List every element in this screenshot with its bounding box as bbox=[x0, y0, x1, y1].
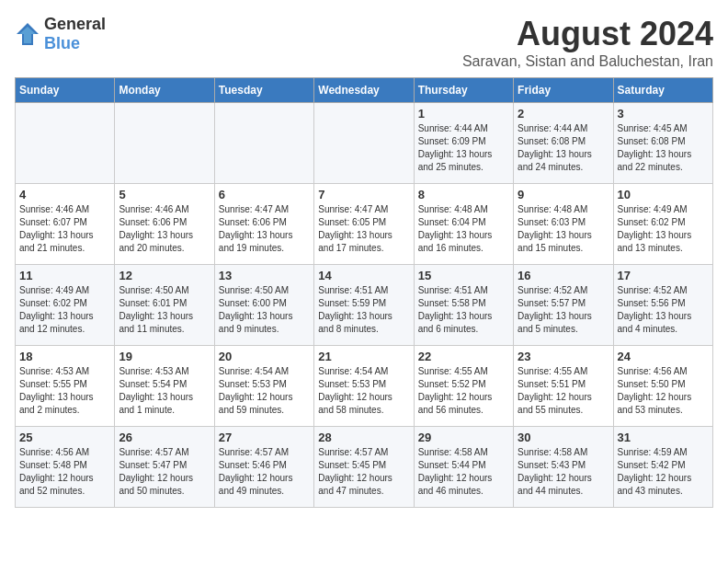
calendar-table: SundayMondayTuesdayWednesdayThursdayFrid… bbox=[15, 77, 713, 508]
day-info: Sunrise: 4:47 AM Sunset: 6:05 PM Dayligh… bbox=[318, 203, 409, 255]
day-info: Sunrise: 4:54 AM Sunset: 5:53 PM Dayligh… bbox=[219, 365, 310, 417]
calendar-body: 1Sunrise: 4:44 AM Sunset: 6:09 PM Daylig… bbox=[16, 103, 713, 508]
calendar-week-4: 18Sunrise: 4:53 AM Sunset: 5:55 PM Dayli… bbox=[16, 346, 713, 427]
calendar-cell: 2Sunrise: 4:44 AM Sunset: 6:08 PM Daylig… bbox=[514, 103, 613, 184]
calendar-cell: 20Sunrise: 4:54 AM Sunset: 5:53 PM Dayli… bbox=[214, 346, 313, 427]
calendar-cell: 10Sunrise: 4:49 AM Sunset: 6:02 PM Dayli… bbox=[613, 184, 712, 265]
day-number: 1 bbox=[418, 107, 509, 121]
day-number: 22 bbox=[418, 350, 509, 363]
day-number: 19 bbox=[119, 350, 210, 363]
calendar-header-row: SundayMondayTuesdayWednesdayThursdayFrid… bbox=[16, 78, 713, 103]
calendar-week-5: 25Sunrise: 4:56 AM Sunset: 5:48 PM Dayli… bbox=[16, 427, 713, 508]
day-info: Sunrise: 4:57 AM Sunset: 5:45 PM Dayligh… bbox=[318, 446, 409, 498]
day-number: 27 bbox=[219, 431, 310, 444]
day-info: Sunrise: 4:58 AM Sunset: 5:44 PM Dayligh… bbox=[418, 446, 509, 498]
day-info: Sunrise: 4:45 AM Sunset: 6:08 PM Dayligh… bbox=[618, 122, 709, 174]
calendar-cell: 30Sunrise: 4:58 AM Sunset: 5:43 PM Dayli… bbox=[514, 427, 613, 508]
day-info: Sunrise: 4:49 AM Sunset: 6:02 PM Dayligh… bbox=[19, 284, 110, 336]
calendar-cell: 28Sunrise: 4:57 AM Sunset: 5:45 PM Dayli… bbox=[314, 427, 414, 508]
calendar-cell: 15Sunrise: 4:51 AM Sunset: 5:58 PM Dayli… bbox=[414, 265, 513, 346]
day-number: 24 bbox=[618, 350, 709, 363]
calendar-cell: 18Sunrise: 4:53 AM Sunset: 5:55 PM Dayli… bbox=[16, 346, 115, 427]
day-number: 29 bbox=[418, 431, 509, 444]
day-info: Sunrise: 4:53 AM Sunset: 5:54 PM Dayligh… bbox=[119, 365, 210, 417]
calendar-cell bbox=[16, 103, 115, 184]
logo-icon bbox=[15, 21, 40, 47]
calendar-week-2: 4Sunrise: 4:46 AM Sunset: 6:07 PM Daylig… bbox=[16, 184, 713, 265]
logo-blue: Blue bbox=[44, 34, 80, 52]
calendar-cell bbox=[314, 103, 414, 184]
day-number: 18 bbox=[19, 350, 110, 363]
day-info: Sunrise: 4:49 AM Sunset: 6:02 PM Dayligh… bbox=[618, 203, 709, 255]
day-info: Sunrise: 4:51 AM Sunset: 5:59 PM Dayligh… bbox=[318, 284, 409, 336]
calendar-cell: 25Sunrise: 4:56 AM Sunset: 5:48 PM Dayli… bbox=[16, 427, 115, 508]
day-number: 12 bbox=[119, 269, 210, 282]
day-number: 23 bbox=[518, 350, 609, 363]
logo-general: General bbox=[44, 15, 106, 33]
day-number: 26 bbox=[119, 431, 210, 444]
day-header-wednesday: Wednesday bbox=[314, 78, 414, 103]
calendar-cell: 17Sunrise: 4:52 AM Sunset: 5:56 PM Dayli… bbox=[613, 265, 712, 346]
calendar-cell: 3Sunrise: 4:45 AM Sunset: 6:08 PM Daylig… bbox=[613, 103, 712, 184]
logo: General Blue bbox=[15, 15, 106, 53]
calendar-cell: 23Sunrise: 4:55 AM Sunset: 5:51 PM Dayli… bbox=[514, 346, 613, 427]
day-number: 28 bbox=[318, 431, 409, 444]
day-number: 20 bbox=[219, 350, 310, 363]
day-header-friday: Friday bbox=[514, 78, 613, 103]
calendar-cell: 11Sunrise: 4:49 AM Sunset: 6:02 PM Dayli… bbox=[16, 265, 115, 346]
day-info: Sunrise: 4:53 AM Sunset: 5:55 PM Dayligh… bbox=[19, 365, 110, 417]
day-number: 9 bbox=[518, 188, 609, 201]
page-header: General Blue August 2024 Saravan, Sistan… bbox=[15, 15, 713, 70]
day-info: Sunrise: 4:44 AM Sunset: 6:08 PM Dayligh… bbox=[518, 122, 609, 174]
calendar-cell: 31Sunrise: 4:59 AM Sunset: 5:42 PM Dayli… bbox=[613, 427, 712, 508]
calendar-cell: 7Sunrise: 4:47 AM Sunset: 6:05 PM Daylig… bbox=[314, 184, 414, 265]
day-number: 4 bbox=[19, 188, 110, 201]
day-number: 6 bbox=[219, 188, 310, 201]
day-info: Sunrise: 4:54 AM Sunset: 5:53 PM Dayligh… bbox=[318, 365, 409, 417]
day-info: Sunrise: 4:50 AM Sunset: 6:01 PM Dayligh… bbox=[119, 284, 210, 336]
day-header-thursday: Thursday bbox=[414, 78, 513, 103]
calendar-cell: 24Sunrise: 4:56 AM Sunset: 5:50 PM Dayli… bbox=[613, 346, 712, 427]
day-number: 25 bbox=[19, 431, 110, 444]
title-area: August 2024 Saravan, Sistan and Baluches… bbox=[462, 15, 713, 70]
day-info: Sunrise: 4:51 AM Sunset: 5:58 PM Dayligh… bbox=[418, 284, 509, 336]
calendar-cell: 9Sunrise: 4:48 AM Sunset: 6:03 PM Daylig… bbox=[514, 184, 613, 265]
day-number: 17 bbox=[618, 269, 709, 282]
calendar-cell bbox=[214, 103, 313, 184]
main-title: August 2024 bbox=[462, 15, 713, 53]
calendar-cell bbox=[115, 103, 214, 184]
day-info: Sunrise: 4:50 AM Sunset: 6:00 PM Dayligh… bbox=[219, 284, 310, 336]
day-info: Sunrise: 4:56 AM Sunset: 5:48 PM Dayligh… bbox=[19, 446, 110, 498]
day-number: 15 bbox=[418, 269, 509, 282]
day-info: Sunrise: 4:47 AM Sunset: 6:06 PM Dayligh… bbox=[219, 203, 310, 255]
calendar-cell: 14Sunrise: 4:51 AM Sunset: 5:59 PM Dayli… bbox=[314, 265, 414, 346]
day-number: 16 bbox=[518, 269, 609, 282]
day-number: 31 bbox=[618, 431, 709, 444]
day-info: Sunrise: 4:59 AM Sunset: 5:42 PM Dayligh… bbox=[618, 446, 709, 498]
calendar-cell: 16Sunrise: 4:52 AM Sunset: 5:57 PM Dayli… bbox=[514, 265, 613, 346]
calendar-cell: 19Sunrise: 4:53 AM Sunset: 5:54 PM Dayli… bbox=[115, 346, 214, 427]
calendar-cell: 13Sunrise: 4:50 AM Sunset: 6:00 PM Dayli… bbox=[214, 265, 313, 346]
calendar-cell: 6Sunrise: 4:47 AM Sunset: 6:06 PM Daylig… bbox=[214, 184, 313, 265]
day-header-monday: Monday bbox=[115, 78, 214, 103]
day-info: Sunrise: 4:55 AM Sunset: 5:52 PM Dayligh… bbox=[418, 365, 509, 417]
calendar-cell: 12Sunrise: 4:50 AM Sunset: 6:01 PM Dayli… bbox=[115, 265, 214, 346]
day-info: Sunrise: 4:46 AM Sunset: 6:07 PM Dayligh… bbox=[19, 203, 110, 255]
logo-text: General Blue bbox=[44, 15, 106, 53]
day-number: 11 bbox=[19, 269, 110, 282]
day-info: Sunrise: 4:57 AM Sunset: 5:47 PM Dayligh… bbox=[119, 446, 210, 498]
day-number: 3 bbox=[618, 107, 709, 121]
calendar-cell: 4Sunrise: 4:46 AM Sunset: 6:07 PM Daylig… bbox=[16, 184, 115, 265]
day-info: Sunrise: 4:46 AM Sunset: 6:06 PM Dayligh… bbox=[119, 203, 210, 255]
calendar-cell: 22Sunrise: 4:55 AM Sunset: 5:52 PM Dayli… bbox=[414, 346, 513, 427]
day-number: 2 bbox=[518, 107, 609, 121]
day-number: 5 bbox=[119, 188, 210, 201]
day-header-tuesday: Tuesday bbox=[214, 78, 313, 103]
calendar-cell: 1Sunrise: 4:44 AM Sunset: 6:09 PM Daylig… bbox=[414, 103, 513, 184]
calendar-cell: 27Sunrise: 4:57 AM Sunset: 5:46 PM Dayli… bbox=[214, 427, 313, 508]
day-info: Sunrise: 4:48 AM Sunset: 6:03 PM Dayligh… bbox=[518, 203, 609, 255]
calendar-week-3: 11Sunrise: 4:49 AM Sunset: 6:02 PM Dayli… bbox=[16, 265, 713, 346]
day-number: 7 bbox=[318, 188, 409, 201]
day-number: 8 bbox=[418, 188, 509, 201]
day-number: 21 bbox=[318, 350, 409, 363]
